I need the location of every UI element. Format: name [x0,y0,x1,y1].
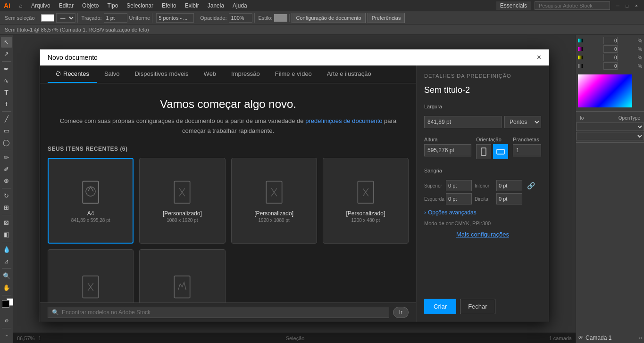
width-input[interactable] [424,116,502,128]
mesh-tool[interactable]: ⊠ [1,217,12,228]
maximize-button[interactable]: □ [623,2,631,9]
esquerda-input[interactable] [446,193,472,204]
scale-tool[interactable]: ⊞ [1,202,12,213]
portrait-button[interactable] [476,144,491,159]
type-tool[interactable]: T [1,87,12,98]
menu-editar[interactable]: Editar [55,1,77,10]
preferencias-button[interactable]: Preferências [368,13,405,23]
svg-rect-16 [497,149,504,154]
menu-objeto[interactable]: Objeto [78,1,102,10]
selection-tool[interactable]: ↖ [1,37,12,48]
dialog-overlay: Novo documento × ⏱Recentes Salvo Disposi… [13,35,576,343]
zoom-tool[interactable]: 🔍 [1,270,12,281]
fechar-button[interactable]: Fechar [460,299,495,314]
gradient-tool[interactable]: ◧ [1,229,12,240]
color-swatch[interactable] [41,14,54,22]
black-input[interactable] [603,62,618,70]
mode-text: Modo de cor:CMYK, PPI:300 [424,220,541,226]
color-spectrum[interactable] [578,74,632,107]
measure-tool[interactable]: ⊿ [1,256,12,267]
menu-efeito[interactable]: Efeito [158,1,180,10]
magenta-input[interactable] [603,45,618,53]
menu-arquivo[interactable]: Arquivo [27,1,54,10]
rotate-tool[interactable]: ↻ [1,190,12,201]
advanced-options-button[interactable]: › Opções avançadas [424,209,541,216]
right-side-panel: % % % % fo OpenType [576,35,644,343]
stock-search-input[interactable] [62,309,385,316]
curvature-tool[interactable]: ∿ [1,75,12,86]
rect-tool[interactable]: ▭ [1,125,12,136]
pencil-tool[interactable]: ✐ [1,164,12,175]
config-documento-button[interactable]: Configuração de documento [292,13,365,23]
minimize-button[interactable]: ─ [614,2,621,9]
menu-ajuda[interactable]: Ajuda [229,1,251,10]
landscape-button[interactable] [493,144,508,159]
direct-selection-tool[interactable]: ↗ [1,49,12,59]
cyan-input[interactable] [603,37,618,44]
dialog-close-button[interactable]: × [537,53,541,62]
stroke-type-select[interactable]: — [56,13,75,23]
yellow-input[interactable] [603,54,618,61]
menu-selecionar[interactable]: Selecionar [123,1,157,10]
sangria-link-button[interactable]: 🔗 [527,182,535,189]
tab-web[interactable]: Web [196,65,224,83]
recent-item-5[interactable]: [Personalizado] [139,249,225,302]
line-tool[interactable]: ╱ [1,114,12,124]
search-go-button[interactable]: Ir [393,307,409,318]
tool-separator-9 [2,328,11,328]
tracado-section: Traçado: Uniforme [80,13,153,23]
hand-tool[interactable]: ✋ [1,282,12,293]
opentype-select[interactable] [576,122,644,131]
ellipse-tool[interactable]: ◯ [1,137,12,148]
recent-item-2[interactable]: [Personalizado] 1920 x 1080 pt [231,158,317,244]
recent-item-a4[interactable]: A4 841,89 x 595,28 pt [48,158,134,244]
menu-tipo[interactable]: Tipo [103,1,122,10]
tool-separator-5 [2,215,11,215]
fill-none-btn[interactable]: ⊘ [1,315,12,326]
tool-separator-4 [2,188,11,188]
tab-filme-video[interactable]: Filme e vídeo [268,65,319,83]
mais-configuracoes-button[interactable]: Mais configurações [424,231,541,238]
opacity-input[interactable] [229,13,252,23]
criar-button[interactable]: Criar [424,299,456,314]
touch-type-tool[interactable]: Ŧ [1,98,12,109]
superior-input[interactable] [446,180,472,191]
dialog-title: Novo documento [48,54,98,61]
recent-item-4[interactable]: [Personalizado] [48,249,134,302]
tab-impressao[interactable]: Impressão [224,65,268,83]
more-tools-button[interactable]: ··· [1,330,12,341]
tab-salvo[interactable]: Salvo [97,65,127,83]
paintbrush-tool[interactable]: ✏ [1,152,12,163]
unit-select[interactable]: Pontos [504,116,541,128]
shaper-tool[interactable]: ⊛ [1,175,12,186]
inferior-input[interactable] [496,180,522,191]
pranchetas-input[interactable] [513,144,541,156]
sangria-label: Sangria [424,168,541,173]
direita-input[interactable] [496,193,522,204]
adobe-stock-search[interactable] [535,1,610,10]
menu-janela[interactable]: Janela [204,1,228,10]
opentype-select-2[interactable] [576,132,644,140]
foreground-color-swatch[interactable] [2,300,9,308]
recent-item-1[interactable]: [Personalizado] 1080 x 1920 pt [139,158,225,244]
essentials-button[interactable]: Essenciais [496,1,531,10]
home-icon[interactable]: ⌂ [15,0,26,11]
svg-point-1 [86,187,95,196]
tab-dispositivos-moveis[interactable]: Dispositivos móveis [127,65,196,83]
pen-tool[interactable]: ✒ [1,64,12,74]
close-window-button[interactable]: × [633,2,640,9]
predefinicoes-link[interactable]: predefinições de documento [305,117,382,124]
search-input-wrapper: 🔍 [48,307,389,318]
tracado-input[interactable] [104,13,127,23]
fo-label: fo [578,114,585,122]
pontos-input[interactable] [156,13,194,23]
height-input[interactable] [424,144,471,156]
tab-recentes[interactable]: ⏱Recentes [48,65,97,83]
layer-eye-icon[interactable]: 👁 [578,335,584,341]
tab-arte-ilustracao[interactable]: Arte e ilustração [319,65,379,83]
estilo-swatch[interactable] [274,14,287,22]
recent-item-3[interactable]: [Personalizado] 1200 x 480 pt [323,158,409,244]
menu-exibir[interactable]: Exibir [181,1,203,10]
eyedropper-tool[interactable]: 💧 [1,244,12,255]
superior-label: Superior [424,183,443,188]
